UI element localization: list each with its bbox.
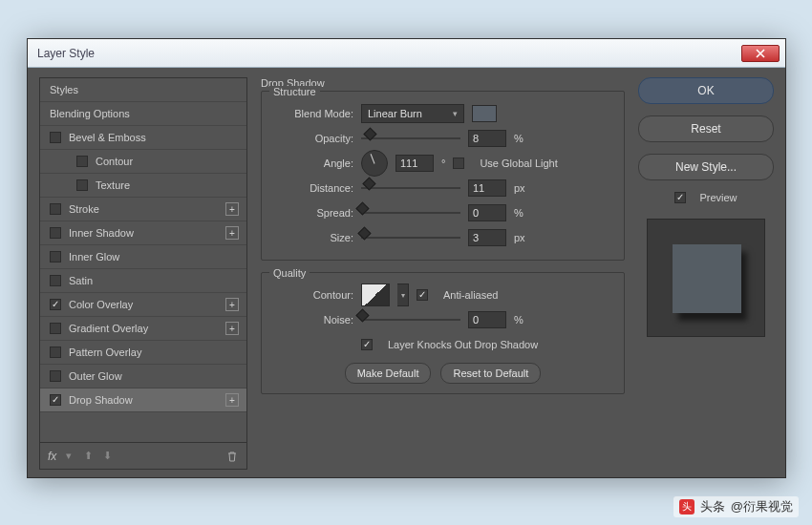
style-checkbox[interactable]: [50, 203, 61, 215]
styles-header-label: Styles: [50, 84, 78, 95]
blend-mode-select[interactable]: Linear Burn ▾: [361, 104, 464, 123]
style-label: Inner Glow: [69, 251, 119, 262]
quality-group: Quality Contour: ▾ Anti-aliased Noise: %: [261, 272, 625, 394]
spread-input[interactable]: [468, 204, 506, 221]
style-label: Color Overlay: [69, 299, 133, 310]
spread-label: Spread:: [271, 207, 353, 219]
preview-checkbox[interactable]: [674, 192, 686, 203]
style-label: Outer Glow: [69, 370, 122, 382]
new-style-button[interactable]: New Style...: [638, 154, 774, 180]
style-checkbox[interactable]: [50, 346, 61, 358]
style-checkbox[interactable]: [50, 323, 61, 334]
trash-icon[interactable]: [225, 450, 239, 463]
style-label: Contour: [96, 156, 133, 167]
add-effect-button[interactable]: +: [225, 298, 239, 311]
style-row-gradient-overlay[interactable]: Gradient Overlay+: [40, 317, 246, 341]
style-checkbox[interactable]: [50, 275, 61, 286]
blending-options-row[interactable]: Blending Options: [40, 102, 246, 126]
style-checkbox[interactable]: [50, 227, 61, 239]
opacity-label: Opacity:: [271, 133, 353, 144]
add-effect-button[interactable]: +: [225, 226, 239, 240]
style-row-outer-glow[interactable]: Outer Glow: [40, 365, 246, 388]
add-effect-button[interactable]: +: [225, 393, 239, 407]
styles-column: Styles Blending Options Bevel & EmbossCo…: [39, 77, 247, 470]
shadow-color-swatch[interactable]: [472, 105, 497, 122]
distance-slider[interactable]: [361, 181, 460, 195]
style-row-drop-shadow[interactable]: Drop Shadow+: [40, 388, 246, 412]
style-row-contour[interactable]: Contour: [40, 150, 246, 174]
style-label: Pattern Overlay: [69, 346, 141, 358]
style-row-satin[interactable]: Satin: [40, 269, 246, 293]
style-row-inner-shadow[interactable]: Inner Shadow+: [40, 221, 246, 245]
style-label: Inner Shadow: [69, 227, 134, 239]
effect-settings-panel: Drop Shadow Structure Blend Mode: Linear…: [261, 77, 625, 470]
chevron-down-icon: ▾: [453, 109, 458, 118]
style-row-pattern-overlay[interactable]: Pattern Overlay: [40, 341, 246, 365]
style-label: Bevel & Emboss: [69, 132, 146, 143]
blending-options-label: Blending Options: [50, 108, 130, 119]
antialias-checkbox[interactable]: [417, 289, 428, 301]
opacity-input[interactable]: [468, 130, 506, 147]
opacity-unit: %: [514, 133, 524, 144]
styles-header[interactable]: Styles: [40, 78, 246, 102]
angle-unit: °: [441, 158, 445, 169]
add-effect-button[interactable]: +: [225, 202, 239, 216]
distance-unit: px: [514, 182, 525, 194]
noise-input[interactable]: [468, 311, 506, 328]
style-row-texture[interactable]: Texture: [40, 174, 246, 198]
chevron-down-icon[interactable]: ▾: [62, 450, 75, 463]
arrow-down-icon[interactable]: ⬇: [100, 450, 114, 463]
window-title: Layer Style: [33, 47, 741, 60]
contour-label: Contour:: [271, 289, 353, 301]
style-row-bevel-emboss[interactable]: Bevel & Emboss: [40, 126, 246, 150]
style-row-color-overlay[interactable]: Color Overlay+: [40, 293, 246, 317]
use-global-light-checkbox[interactable]: [453, 158, 464, 169]
reset-default-button[interactable]: Reset to Default: [440, 363, 541, 384]
style-row-inner-glow[interactable]: Inner Glow: [40, 245, 246, 269]
blend-mode-value: Linear Burn: [368, 108, 422, 119]
angle-input[interactable]: [395, 155, 434, 172]
titlebar[interactable]: Layer Style: [28, 39, 785, 68]
knockout-checkbox[interactable]: [361, 339, 373, 350]
layer-style-dialog: Layer Style Styles Blending Options Beve…: [27, 38, 786, 478]
arrow-up-icon[interactable]: ⬆: [81, 450, 95, 463]
style-checkbox[interactable]: [50, 251, 61, 262]
watermark-text: @衍果视觉: [731, 498, 793, 515]
style-label: Satin: [69, 275, 93, 286]
watermark-icon: 头: [679, 499, 694, 514]
spread-slider[interactable]: [361, 206, 460, 220]
style-row-stroke[interactable]: Stroke+: [40, 198, 246, 221]
style-checkbox[interactable]: [76, 179, 88, 191]
size-slider[interactable]: [361, 231, 460, 244]
style-checkbox[interactable]: [50, 394, 61, 406]
structure-label: Structure: [269, 86, 320, 97]
reset-button[interactable]: Reset: [638, 116, 774, 142]
window-close-button[interactable]: [741, 45, 780, 62]
angle-dial[interactable]: [361, 150, 388, 177]
distance-input[interactable]: [468, 179, 506, 197]
opacity-slider[interactable]: [361, 132, 460, 145]
chevron-down-icon: ▾: [401, 291, 405, 300]
knockout-label: Layer Knocks Out Drop Shadow: [388, 339, 538, 350]
preview-box: [647, 219, 765, 337]
fx-label[interactable]: fx: [48, 450, 56, 463]
noise-slider[interactable]: [361, 313, 460, 326]
watermark: 头 头条 @衍果视觉: [673, 496, 799, 517]
quality-label: Quality: [269, 267, 310, 279]
make-default-button[interactable]: Make Default: [345, 363, 432, 384]
size-input[interactable]: [468, 229, 506, 246]
add-effect-button[interactable]: +: [225, 322, 239, 335]
styles-footer: fx ▾ ⬆ ⬇: [39, 443, 247, 470]
style-checkbox[interactable]: [50, 132, 61, 143]
size-unit: px: [514, 232, 525, 243]
size-label: Size:: [271, 232, 353, 243]
style-checkbox[interactable]: [76, 156, 88, 167]
blend-mode-label: Blend Mode:: [271, 108, 353, 119]
style-checkbox[interactable]: [50, 299, 61, 310]
contour-thumbnail[interactable]: [361, 284, 390, 306]
antialias-label: Anti-aliased: [443, 289, 498, 301]
ok-button[interactable]: OK: [638, 77, 774, 104]
structure-group: Structure Blend Mode: Linear Burn ▾ Opac…: [261, 91, 625, 261]
contour-dropdown[interactable]: ▾: [397, 284, 409, 306]
style-checkbox[interactable]: [50, 370, 61, 382]
